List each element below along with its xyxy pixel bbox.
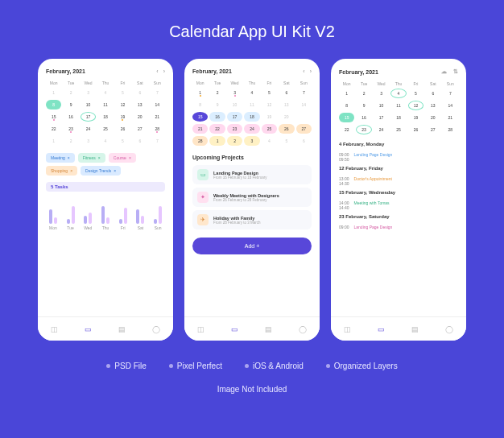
day-cell[interactable]: 8 xyxy=(192,100,208,110)
day-cell[interactable]: 2 xyxy=(63,136,78,146)
day-cell[interactable]: 3 xyxy=(81,88,96,97)
day-cell[interactable]: 11 xyxy=(97,100,113,110)
day-cell[interactable]: 24 xyxy=(244,124,259,134)
prev-month-icon[interactable]: ‹ xyxy=(156,68,158,74)
agenda-item[interactable]: 09:00Landing Page Design xyxy=(339,225,458,229)
tag-remove-icon[interactable]: × xyxy=(129,155,131,160)
project-item[interactable]: ✦Weekly Meeting with DesignersFrom 26 Fe… xyxy=(192,188,312,207)
day-cell[interactable]: 18 xyxy=(244,112,259,122)
next-month-icon[interactable]: › xyxy=(163,68,165,74)
day-cell[interactable]: 1 xyxy=(209,136,225,146)
day-cell[interactable]: 1 xyxy=(46,88,61,97)
tab-icon[interactable]: ◯ xyxy=(445,325,453,333)
tag[interactable]: Course× xyxy=(109,153,136,163)
day-cell[interactable]: 14 xyxy=(443,101,458,110)
day-cell[interactable]: 12 xyxy=(262,100,277,110)
day-cell[interactable]: 11 xyxy=(390,101,406,110)
day-cell[interactable]: 3 xyxy=(81,136,96,146)
day-cell[interactable]: 24 xyxy=(81,124,96,134)
day-cell[interactable]: 25 xyxy=(262,124,277,134)
day-cell[interactable]: 23 xyxy=(227,124,242,134)
day-cell[interactable]: 10 xyxy=(81,100,96,110)
day-cell[interactable]: 14 xyxy=(296,100,312,110)
day-cell[interactable]: 3 xyxy=(244,136,259,146)
tab-icon[interactable]: ◫ xyxy=(344,325,351,333)
day-cell[interactable]: 2 xyxy=(356,89,371,98)
day-cell[interactable]: 21 xyxy=(150,112,165,122)
day-cell[interactable]: 28 xyxy=(443,125,458,134)
day-cell[interactable]: 6 xyxy=(132,136,147,146)
tab-icon[interactable]: ▤ xyxy=(411,325,419,333)
day-cell[interactable]: 5 xyxy=(115,136,130,146)
day-cell[interactable]: 23 xyxy=(63,124,78,134)
day-cell[interactable] xyxy=(296,112,312,122)
day-cell[interactable]: 20 xyxy=(132,112,147,122)
day-cell[interactable]: 19 xyxy=(115,112,130,122)
day-cell[interactable]: 5 xyxy=(279,136,294,146)
project-item[interactable]: ✈Holiday with FamilyFrom 28 February to … xyxy=(192,210,312,229)
day-cell[interactable]: 18 xyxy=(97,112,113,122)
day-cell[interactable]: 28 xyxy=(150,124,165,134)
day-cell[interactable]: 4 xyxy=(244,88,259,97)
day-cell[interactable]: 21 xyxy=(443,113,458,122)
next-month-icon[interactable]: › xyxy=(310,68,312,74)
calendar-grid[interactable]: 1234567891011121314151617181920212223242… xyxy=(46,88,165,148)
day-cell[interactable]: 12 xyxy=(408,101,423,110)
calendar-grid[interactable]: 1234567891011121314151617181920212223242… xyxy=(339,89,458,137)
day-cell[interactable]: 7 xyxy=(296,88,312,97)
tab-icon[interactable]: ▤ xyxy=(118,325,126,333)
day-cell[interactable]: 20 xyxy=(279,112,294,122)
day-cell[interactable]: 8 xyxy=(46,100,61,110)
tag[interactable]: Shopping× xyxy=(46,166,77,176)
day-cell[interactable]: 7 xyxy=(150,136,165,146)
day-cell[interactable]: 1 xyxy=(46,136,61,146)
tag[interactable]: Fitness× xyxy=(78,153,105,163)
day-cell[interactable]: 10 xyxy=(374,101,389,110)
day-cell[interactable]: 6 xyxy=(296,136,312,146)
tab-icon[interactable]: ◯ xyxy=(299,325,307,333)
day-cell[interactable]: 15 xyxy=(192,112,208,122)
day-cell[interactable]: 9 xyxy=(356,101,371,110)
day-cell[interactable]: 22 xyxy=(339,125,354,134)
day-cell[interactable]: 26 xyxy=(408,125,423,134)
day-cell[interactable]: 16 xyxy=(356,113,371,122)
day-cell[interactable]: 3 xyxy=(227,88,242,97)
day-cell[interactable]: 9 xyxy=(209,100,225,110)
tab-icon[interactable]: ▭ xyxy=(85,325,92,333)
day-cell[interactable]: 17 xyxy=(81,112,96,122)
day-cell[interactable]: 21 xyxy=(192,124,208,134)
day-cell[interactable]: 4 xyxy=(97,88,113,97)
day-cell[interactable]: 2 xyxy=(63,88,78,97)
day-cell[interactable]: 18 xyxy=(390,113,406,122)
day-cell[interactable]: 9 xyxy=(63,100,78,110)
tab-icon[interactable]: ▤ xyxy=(265,325,272,333)
day-cell[interactable]: 6 xyxy=(425,89,440,98)
day-cell[interactable]: 1 xyxy=(339,89,354,98)
agenda-item[interactable]: 13:0014:30Doctor's Appointment xyxy=(339,176,458,186)
day-cell[interactable]: 12 xyxy=(115,100,130,110)
day-cell[interactable]: 6 xyxy=(279,88,294,97)
day-cell[interactable]: 4 xyxy=(262,136,277,146)
tab-icon[interactable]: ▭ xyxy=(231,325,238,333)
tag-remove-icon[interactable]: × xyxy=(70,168,72,173)
day-cell[interactable]: 14 xyxy=(150,100,165,110)
day-cell[interactable]: 28 xyxy=(192,136,208,146)
tab-icon[interactable]: ◯ xyxy=(152,325,160,333)
filter-icon[interactable]: ⇅ xyxy=(453,68,458,75)
tab-icon[interactable]: ◫ xyxy=(197,325,204,333)
day-cell[interactable]: 26 xyxy=(279,124,294,134)
day-cell[interactable]: 16 xyxy=(209,112,225,122)
day-cell[interactable]: 22 xyxy=(209,124,225,134)
day-cell[interactable]: 13 xyxy=(132,100,147,110)
add-button[interactable]: Add + xyxy=(192,238,312,254)
day-cell[interactable]: 24 xyxy=(374,125,389,134)
day-cell[interactable]: 27 xyxy=(132,124,147,134)
day-cell[interactable]: 3 xyxy=(374,89,389,98)
day-cell[interactable]: 7 xyxy=(150,88,165,97)
day-cell[interactable]: 5 xyxy=(262,88,277,97)
day-cell[interactable]: 16 xyxy=(63,112,78,122)
day-cell[interactable]: 11 xyxy=(244,100,259,110)
day-cell[interactable]: 23 xyxy=(356,125,371,134)
day-cell[interactable]: 19 xyxy=(262,112,277,122)
tag[interactable]: Meeting× xyxy=(46,153,75,163)
